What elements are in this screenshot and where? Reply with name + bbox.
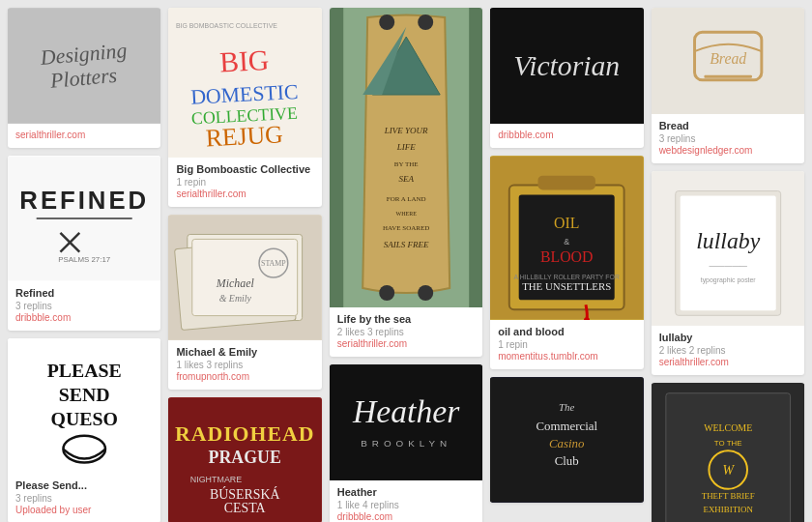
- svg-text:Michael: Michael: [216, 276, 255, 290]
- svg-text:REFINED: REFINED: [19, 187, 149, 214]
- svg-point-47: [379, 14, 394, 30]
- svg-text:lullaby: lullaby: [696, 228, 760, 253]
- card-meta: 1 repin: [176, 177, 313, 188]
- svg-rect-80: [665, 393, 790, 522]
- card-meta: 2 likes 3 replins: [337, 327, 475, 337]
- svg-text:Victorian: Victorian: [513, 50, 620, 81]
- card-please-send[interactable]: PLEASE SEND QUESO Please Send... 3 repli…: [8, 338, 160, 522]
- card-info: Heather 1 like 4 replins dribbble.com: [330, 480, 482, 522]
- card-designing-plotters[interactable]: Designing Plotters serialthriller.com: [8, 8, 160, 148]
- masonry-grid: Designing Plotters serialthriller.com RE…: [0, 0, 812, 522]
- card-heather[interactable]: Heather BROOKLYN Heather 1 like 4 replin…: [330, 364, 482, 522]
- card-source: serialthriller.com: [15, 130, 153, 140]
- svg-text:BIG BOMBOASTIC COLLECTIVE: BIG BOMBOASTIC COLLECTIVE: [176, 22, 277, 29]
- card-info: Michael & Emily 1 likes 3 replins fromup…: [168, 340, 321, 390]
- svg-text:THEFT BRIEF: THEFT BRIEF: [701, 491, 754, 501]
- card-info: lullaby 2 likes 2 replins serialthriller…: [652, 326, 804, 375]
- svg-text:EXHIBITION: EXHIBITION: [703, 506, 753, 515]
- card-info: Refined 3 replins dribbble.com: [8, 281, 160, 331]
- svg-text:TO THE: TO THE: [713, 439, 741, 448]
- card-title: Please Send...: [15, 479, 153, 491]
- card-meta: 2 likes 2 replins: [659, 345, 797, 356]
- column-4: Victorian dribbble.com OIL: [490, 8, 643, 522]
- svg-text:FOR A LAND: FOR A LAND: [387, 195, 426, 203]
- svg-text:BY THE: BY THE: [394, 160, 419, 168]
- card-michael-emily[interactable]: STAMP Michael & Emily Michael & Emily 1 …: [168, 215, 321, 390]
- card-source: fromupnorth.com: [176, 371, 313, 382]
- svg-text:QUESO: QUESO: [51, 408, 118, 429]
- column-2: BIG BOMBOASTIC COLLECTIVE BIG DOMESTIC C…: [168, 8, 321, 522]
- card-title: Heather: [337, 486, 475, 498]
- card-meta: 1 repin: [498, 339, 635, 350]
- card-source: serialthriller.com: [337, 338, 475, 349]
- card-meta: 1 like 4 replins: [337, 500, 475, 510]
- card-radiohead[interactable]: RADIOHEAD PRAGUE NIGHTMARE BÚSERSKÁ CEST…: [168, 397, 321, 522]
- svg-text:OIL: OIL: [554, 215, 579, 231]
- svg-text:Heather: Heather: [352, 393, 460, 429]
- card-source: dribbble.com: [15, 312, 153, 323]
- card-source: serialthriller.com: [659, 357, 797, 367]
- column-1: Designing Plotters serialthriller.com RE…: [8, 8, 160, 522]
- card-meta: 3 replins: [659, 133, 797, 144]
- card-welcome[interactable]: WELCOME TO THE W THEFT BRIEF EXHIBITION: [652, 383, 804, 522]
- card-oil-blood[interactable]: OIL & BLOOD A HILLBILLY ROLLER PARTY FOR…: [490, 156, 643, 369]
- svg-text:The: The: [559, 401, 574, 413]
- card-bread[interactable]: Bread Bread 3 replins webdesignledger.co…: [652, 8, 804, 163]
- svg-text:LIFE: LIFE: [396, 142, 417, 152]
- card-title: Refined: [15, 287, 153, 299]
- card-source: Uploaded by user: [15, 505, 153, 515]
- svg-text:LIVE YOUR: LIVE YOUR: [384, 126, 428, 135]
- card-casino[interactable]: The Commercial Casino Club: [490, 377, 643, 503]
- card-info: Life by the sea 2 likes 3 replins serial…: [330, 307, 482, 357]
- card-title: lullaby: [659, 332, 797, 343]
- svg-text:REJUG: REJUG: [205, 120, 283, 152]
- card-title: Big Bomboastic Collective: [176, 163, 313, 175]
- svg-rect-57: [538, 176, 595, 190]
- svg-text:CESTA: CESTA: [224, 501, 266, 515]
- svg-text:SAILS FREE: SAILS FREE: [384, 240, 429, 249]
- svg-text:Casino: Casino: [549, 437, 585, 450]
- svg-point-45: [379, 285, 394, 301]
- card-lullaby[interactable]: lullaby ————— typographic poster lullaby…: [652, 171, 804, 375]
- svg-text:SEA: SEA: [398, 174, 414, 184]
- card-info: Bread 3 replins webdesignledger.com: [652, 114, 804, 163]
- svg-text:&: &: [564, 237, 569, 246]
- svg-rect-72: [704, 75, 752, 78]
- svg-text:SEND: SEND: [59, 384, 110, 405]
- card-title: oil and blood: [498, 326, 635, 337]
- svg-text:A HILLBILLY ROLLER PARTY FOR: A HILLBILLY ROLLER PARTY FOR: [514, 274, 620, 280]
- svg-text:NIGHTMARE: NIGHTMARE: [190, 475, 242, 484]
- svg-text:PRAGUE: PRAGUE: [209, 448, 281, 467]
- card-info: dribbble.com: [490, 124, 643, 148]
- svg-text:& Emily: & Emily: [219, 293, 252, 304]
- svg-text:STAMP: STAMP: [261, 259, 286, 268]
- svg-text:BROOKLYN: BROOKLYN: [361, 438, 451, 449]
- card-meta: 3 replins: [15, 493, 153, 504]
- column-3: LIVE YOUR LIFE BY THE SEA FOR A LAND WHE…: [330, 8, 482, 522]
- card-life-by-sea[interactable]: LIVE YOUR LIFE BY THE SEA FOR A LAND WHE…: [330, 8, 482, 357]
- card-refined[interactable]: REFINED PSALMS 27:17 Refined 3 replins d…: [8, 156, 160, 331]
- svg-text:W: W: [722, 463, 735, 478]
- svg-text:typographic poster: typographic poster: [700, 276, 756, 284]
- card-source: serialthriller.com: [176, 188, 313, 199]
- svg-text:PSALMS  27:17: PSALMS 27:17: [58, 255, 110, 264]
- card-title: Life by the sea: [337, 313, 475, 325]
- card-victorian[interactable]: Victorian dribbble.com: [490, 8, 643, 148]
- svg-text:Club: Club: [555, 454, 579, 468]
- card-meta: 3 replins: [15, 301, 153, 311]
- svg-text:BÚSERSKÁ: BÚSERSKÁ: [210, 486, 279, 502]
- svg-text:PLEASE: PLEASE: [47, 360, 122, 381]
- card-source: webdesignledger.com: [659, 145, 797, 156]
- svg-text:WELCOME: WELCOME: [704, 422, 752, 433]
- column-5: Bread Bread 3 replins webdesignledger.co…: [652, 8, 804, 522]
- card-info: serialthriller.com: [8, 124, 160, 148]
- svg-text:HAVE SOARED: HAVE SOARED: [383, 224, 429, 232]
- svg-text:WHERE: WHERE: [395, 211, 417, 217]
- card-info: Big Bomboastic Collective 1 repin serial…: [168, 158, 321, 207]
- svg-text:BIG: BIG: [219, 44, 271, 78]
- svg-point-48: [418, 14, 433, 30]
- card-title: Bread: [659, 120, 797, 131]
- card-big-bomboastic[interactable]: BIG BOMBOASTIC COLLECTIVE BIG DOMESTIC C…: [168, 8, 321, 207]
- card-source: dribbble.com: [337, 511, 475, 522]
- card-info: Please Send... 3 replins Uploaded by use…: [8, 474, 160, 522]
